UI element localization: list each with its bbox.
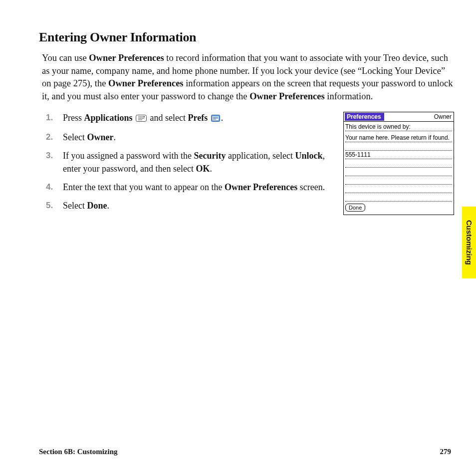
palm-owner-text: Your name here. Please return if found. xyxy=(345,134,452,142)
footer-section: Section 6B: Customizing xyxy=(39,448,118,456)
palm-blank-line xyxy=(345,193,452,202)
step-text: . xyxy=(113,132,116,142)
step-text: application, select xyxy=(226,151,295,161)
palm-blank-line xyxy=(345,185,452,193)
step-bold-prefs: Prefs xyxy=(188,113,208,123)
step-bold-ok: OK xyxy=(196,164,210,174)
step-text: . xyxy=(221,113,224,123)
step-3: If you assigned a password with the Secu… xyxy=(60,150,332,175)
intro-text: You can use xyxy=(42,53,89,63)
step-text: . xyxy=(210,164,212,174)
intro-bold-owner-prefs: Owner Preferences xyxy=(108,78,184,88)
palm-blank-line xyxy=(345,159,452,168)
step-text: Enter the text that you want to appear o… xyxy=(63,182,225,192)
palm-screenshot: Preferences Owner This device is owned b… xyxy=(343,112,454,215)
footer-page-number: 279 xyxy=(440,448,452,456)
step-bold-applications: Applications xyxy=(84,113,133,123)
svg-point-1 xyxy=(144,116,145,117)
step-5: Select Done. xyxy=(60,200,332,212)
step-1: Press Applications and select Prefs . xyxy=(60,112,332,125)
palm-owned-by-label: This device is owned by: xyxy=(345,123,452,131)
palm-app-title: Preferences xyxy=(345,113,384,121)
intro-text: information. xyxy=(325,91,373,101)
steps-list: Press Applications and select Prefs . Se… xyxy=(49,112,332,218)
step-text: Select xyxy=(63,132,87,142)
palm-category-label: Owner xyxy=(434,113,452,120)
palm-body: This device is owned by: Your name here.… xyxy=(344,122,454,215)
step-text: screen. xyxy=(297,182,325,192)
step-text: Select xyxy=(63,201,87,211)
prefs-icon xyxy=(211,113,220,125)
intro-bold-owner-prefs: Owner Preferences xyxy=(249,91,325,101)
step-2: Select Owner. xyxy=(60,131,332,144)
step-bold-security: Security xyxy=(194,151,226,161)
page-footer: Section 6B: Customizing 279 xyxy=(39,448,451,456)
step-4: Enter the text that you want to appear o… xyxy=(60,181,332,194)
step-text: Press xyxy=(63,113,84,123)
step-bold-unlock: Unlock xyxy=(295,151,322,161)
step-bold-done: Done xyxy=(87,201,107,211)
applications-key-icon xyxy=(136,113,147,125)
palm-phone-line: 555-1111 xyxy=(345,151,452,159)
step-bold-owner: Owner xyxy=(87,132,113,142)
palm-header: Preferences Owner xyxy=(344,112,454,122)
palm-done-button[interactable]: Done xyxy=(345,204,365,212)
step-bold-owner-prefs: Owner Preferences xyxy=(225,182,297,192)
intro-bold-owner-prefs: Owner Preferences xyxy=(89,53,164,63)
step-text: and select xyxy=(150,113,188,123)
section-side-tab: Customizing xyxy=(462,207,476,278)
step-text: . xyxy=(107,201,109,211)
step-text: If you assigned a password with the xyxy=(63,151,194,161)
palm-blank-line xyxy=(345,176,452,185)
intro-paragraph: You can use Owner Preferences to record … xyxy=(42,52,454,103)
palm-blank-line xyxy=(345,142,452,151)
palm-blank-line xyxy=(345,168,452,176)
page-title: Entering Owner Information xyxy=(39,30,454,45)
